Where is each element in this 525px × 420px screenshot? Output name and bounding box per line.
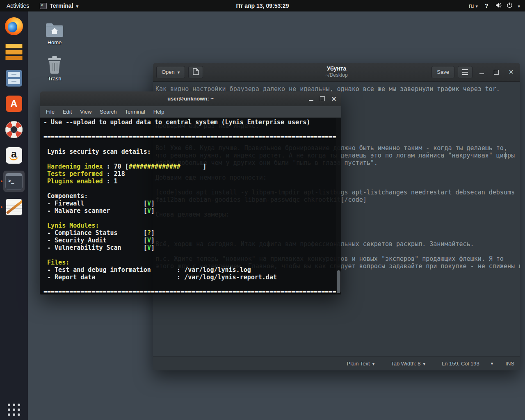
dock-item-file-trays[interactable] [3, 41, 25, 63]
terminal-title: user@unknown: ~ [167, 96, 214, 102]
ubuntu-software-icon [6, 96, 22, 112]
dock-item-text-editor[interactable] [3, 196, 25, 218]
chevron-down-icon [76, 2, 79, 9]
close-icon [509, 68, 514, 76]
dock-item-firefox[interactable] [3, 16, 25, 37]
clock[interactable]: Пт апр 13, 09:53:29 [236, 2, 289, 9]
terminal-maximize-button[interactable] [317, 93, 328, 105]
file-trays-icon [5, 44, 23, 60]
terminal-icon [5, 173, 23, 190]
desktop-icon-home[interactable]: Home [40, 21, 69, 46]
terminal-scrollbar[interactable] [336, 118, 341, 294]
dock [0, 11, 28, 420]
activities-button[interactable]: Activities [5, 2, 31, 9]
scrollbar-thumb[interactable] [337, 270, 340, 293]
terminal-window: user@unknown: ~ File Edit View Search Te… [40, 91, 341, 294]
dock-item-amazon[interactable] [3, 145, 25, 166]
document-path: ~/Desktop [325, 72, 347, 78]
app-grid-icon [8, 404, 20, 416]
terminal-screen[interactable]: - Use --upload to upload data to central… [40, 118, 341, 294]
running-indicator-dot [1, 206, 2, 208]
dock-item-help[interactable] [3, 119, 25, 140]
gedit-close-button[interactable] [505, 66, 517, 78]
insert-mode-indicator: INS [505, 361, 514, 367]
chevron-down-icon [423, 361, 425, 367]
desktop: Home Trash Open [0, 0, 525, 420]
chevron-down-icon [475, 2, 478, 9]
language-selector[interactable]: Plain Text [347, 361, 375, 367]
menu-search[interactable]: Search [96, 107, 121, 116]
keyboard-layout-indicator[interactable]: ru [469, 2, 478, 9]
help-indicator[interactable]: ? [485, 2, 488, 9]
new-document-icon [193, 68, 199, 76]
amazon-icon [6, 147, 22, 164]
terminal-window-controls [305, 91, 340, 106]
close-icon [331, 95, 336, 103]
position-menu-caret-icon[interactable] [491, 361, 493, 366]
menu-file[interactable]: File [42, 107, 59, 116]
running-indicator-dot [1, 180, 2, 182]
document-title: Убунта [325, 65, 347, 72]
open-button-label: Open [162, 69, 175, 75]
gedit-maximize-button[interactable] [491, 66, 502, 78]
terminal-minimize-button[interactable] [305, 93, 317, 105]
chevron-down-icon [372, 361, 375, 367]
trash-icon-label: Trash [40, 75, 69, 82]
app-menu-button[interactable]: Terminal [40, 2, 78, 9]
gedit-title-block: Убунта ~/Desktop [325, 65, 347, 78]
new-document-button[interactable] [188, 66, 203, 78]
chevron-down-icon [178, 69, 180, 75]
menu-button[interactable] [458, 66, 472, 78]
terminal-close-button[interactable] [328, 93, 340, 105]
dock-item-terminal[interactable] [3, 171, 25, 192]
power-icon [507, 2, 513, 9]
file-cabinet-icon [6, 70, 22, 87]
text-editor-icon [6, 199, 22, 215]
home-icon-label: Home [40, 39, 69, 46]
firefox-icon [5, 17, 23, 35]
top-bar: Activities Terminal Пт апр 13, 09:53:29 … [0, 0, 525, 11]
save-button[interactable]: Save [431, 66, 454, 78]
lifebuoy-help-icon [3, 119, 25, 141]
system-menu-button[interactable] [495, 2, 520, 10]
dock-item-ubuntu-software[interactable] [3, 93, 25, 114]
hamburger-icon [462, 69, 468, 75]
terminal-menubar: File Edit View Search Terminal Help [40, 106, 341, 118]
volume-icon [495, 2, 502, 10]
show-applications-button[interactable] [3, 395, 25, 416]
minimize-icon [479, 73, 484, 74]
menu-help[interactable]: Help [149, 107, 169, 116]
gedit-statusbar: Plain Text Tab Width: 8 Ln 159, Col 193 … [153, 356, 520, 370]
save-button-label: Save [437, 69, 449, 75]
menu-edit[interactable]: Edit [59, 107, 76, 116]
terminal-titlebar[interactable]: user@unknown: ~ [40, 91, 341, 106]
open-button[interactable]: Open [156, 66, 185, 78]
menu-view[interactable]: View [76, 107, 96, 116]
gedit-minimize-button[interactable] [476, 66, 487, 78]
menu-terminal[interactable]: Terminal [121, 107, 149, 116]
terminal-mini-icon [40, 3, 47, 9]
trash-icon [40, 57, 69, 74]
home-folder-icon [40, 21, 69, 38]
chevron-down-icon [518, 2, 520, 9]
tab-width-selector[interactable]: Tab Width: 8 [391, 361, 425, 367]
dock-item-file-cabinet[interactable] [3, 67, 25, 89]
minimize-icon [309, 100, 313, 101]
gedit-headerbar[interactable]: Open Убунта ~/Desktop Save [153, 63, 520, 82]
desktop-icon-trash[interactable]: Trash [40, 57, 69, 82]
terminal-output: - Use --upload to upload data to central… [40, 118, 341, 294]
maximize-icon [320, 96, 325, 101]
app-menu-label: Terminal [50, 2, 73, 9]
maximize-icon [494, 70, 499, 75]
cursor-position-button[interactable]: Ln 159, Col 193 [442, 361, 479, 367]
